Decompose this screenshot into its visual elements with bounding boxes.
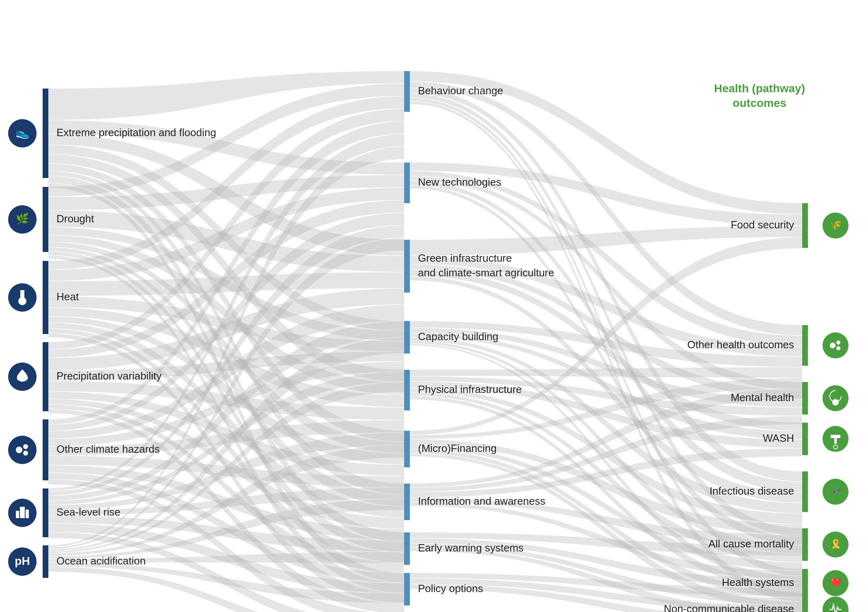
- header-right: Health (pathway)outcomes: [714, 81, 805, 111]
- main-container: Health (pathway)outcomes: [0, 0, 868, 612]
